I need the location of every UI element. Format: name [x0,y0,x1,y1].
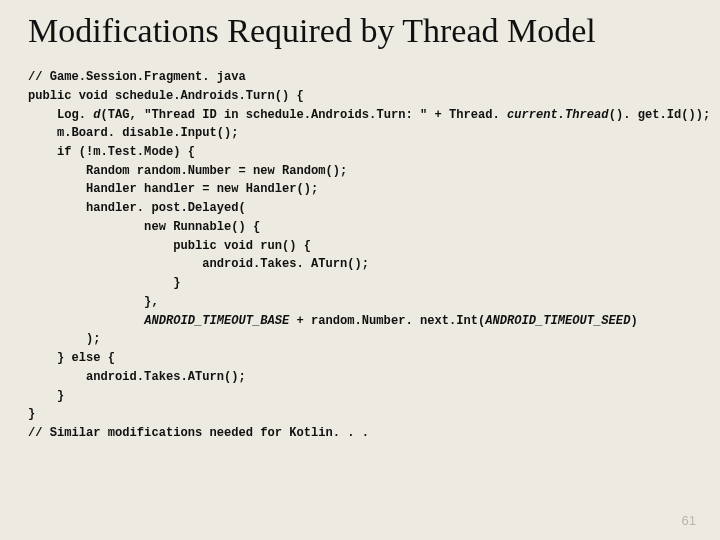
code-line: } [28,389,64,403]
code-line: new Runnable() { [28,220,260,234]
code-line: Handler handler = new Handler(); [28,182,318,196]
code-line: public void run() { [28,239,311,253]
code-line: handler. post.Delayed( [28,201,246,215]
page-number: 61 [682,513,696,528]
code-block: // Game.Session.Fragment. java public vo… [28,68,692,443]
code-line: Log. d(TAG, "Thread ID in schedule.Andro… [28,108,710,122]
code-line: } [28,407,35,421]
code-line: }, [28,295,159,309]
code-line: ); [28,332,101,346]
code-line: // Game.Session.Fragment. java [28,70,246,84]
code-line: android.Takes. ATurn(); [28,257,369,271]
code-line: if (!m.Test.Mode) { [28,145,195,159]
code-line: // Similar modifications needed for Kotl… [28,426,369,440]
code-line: android.Takes.ATurn(); [28,370,246,384]
code-line: } [28,276,180,290]
code-line: public void schedule.Androids.Turn() { [28,89,304,103]
code-line: Random random.Number = new Random(); [28,164,347,178]
code-line: ANDROID_TIMEOUT_BASE + random.Number. ne… [28,314,638,328]
slide-title: Modifications Required by Thread Model [28,12,692,50]
code-line: m.Board. disable.Input(); [28,126,238,140]
code-line: } else { [28,351,115,365]
slide: Modifications Required by Thread Model /… [0,0,720,443]
